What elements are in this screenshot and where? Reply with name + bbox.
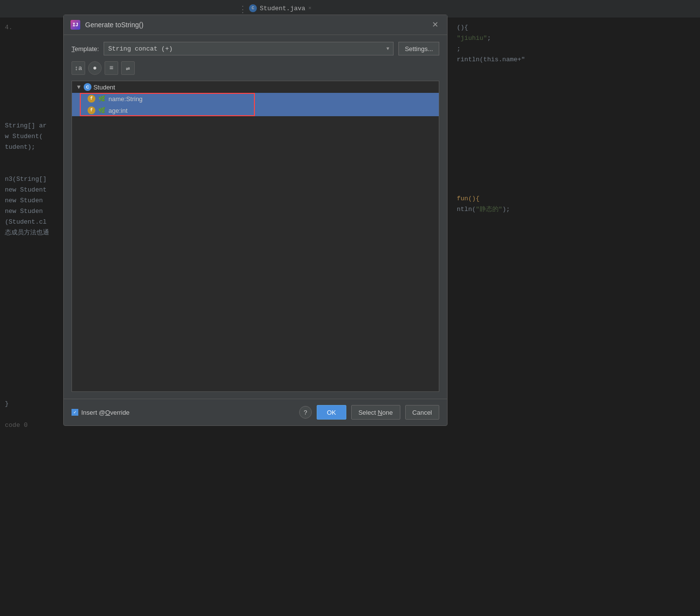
field-visibility-icon: 🌿 [98,107,106,114]
expand-arrow-icon[interactable]: ▼ [76,84,82,90]
generate-tostring-dialog: IJ Generate toString() ✕ Template: Strin… [63,15,448,426]
override-checkbox-container: ✓ Insert @Override [72,409,129,416]
dialog-title-bar: IJ Generate toString() ✕ [64,15,447,35]
field-visibility-icon: 🌿 [98,95,106,103]
template-label: Template: [72,45,99,53]
footer-left: ✓ Insert @Override [72,409,294,416]
sort-button[interactable]: ↕a [72,61,85,75]
circle-button[interactable]: ● [88,61,102,75]
circle-icon: ● [93,64,97,72]
dialog-body: Template: String concat (+) ▼ Settings..… [64,35,447,399]
ok-button[interactable]: OK [317,405,346,420]
field-type-icon: f [88,95,95,103]
check-mark-icon: ✓ [73,409,76,415]
field-tree: ▼ C Student f 🌿 name:String f 🌿 age [72,81,439,392]
cancel-button[interactable]: Cancel [405,405,439,420]
align-right-icon: ⇌ [126,64,130,72]
toolbar-row: ↕a ● ≡ ⇌ [72,61,439,75]
align-left-button[interactable]: ≡ [105,61,118,75]
field-name-label: name:String [108,95,143,103]
field-row-age[interactable]: f 🌿 age:int [72,105,439,116]
class-icon: C [84,83,91,91]
align-left-icon: ≡ [109,64,113,72]
settings-button[interactable]: Settings... [398,42,439,55]
selected-fields-area: f 🌿 name:String f 🌿 age:int [72,93,439,116]
align-right-button[interactable]: ⇌ [121,61,135,75]
dialog-title: Generate toString() [85,21,425,29]
intellij-icon: IJ [71,20,80,30]
field-type-icon: f [88,106,95,114]
chevron-down-icon: ▼ [386,46,389,52]
dialog-footer: ✓ Insert @Override ? OK Select None Canc… [64,399,447,425]
dialog-close-button[interactable]: ✕ [430,21,440,29]
field-row-name[interactable]: f 🌿 name:String [72,93,439,105]
class-row: ▼ C Student [72,81,439,93]
insert-override-checkbox[interactable]: ✓ [72,409,78,416]
template-select-value: String concat (+) [108,45,173,53]
select-none-button[interactable]: Select None [351,405,400,420]
help-button[interactable]: ? [299,406,312,419]
field-age-label: age:int [108,107,127,114]
template-row: Template: String concat (+) ▼ Settings..… [72,42,439,55]
override-checkbox-label: Insert @Override [81,409,129,416]
template-select[interactable]: String concat (+) ▼ [104,42,394,55]
sort-icon: ↕a [74,65,82,72]
class-name: Student [93,84,115,91]
